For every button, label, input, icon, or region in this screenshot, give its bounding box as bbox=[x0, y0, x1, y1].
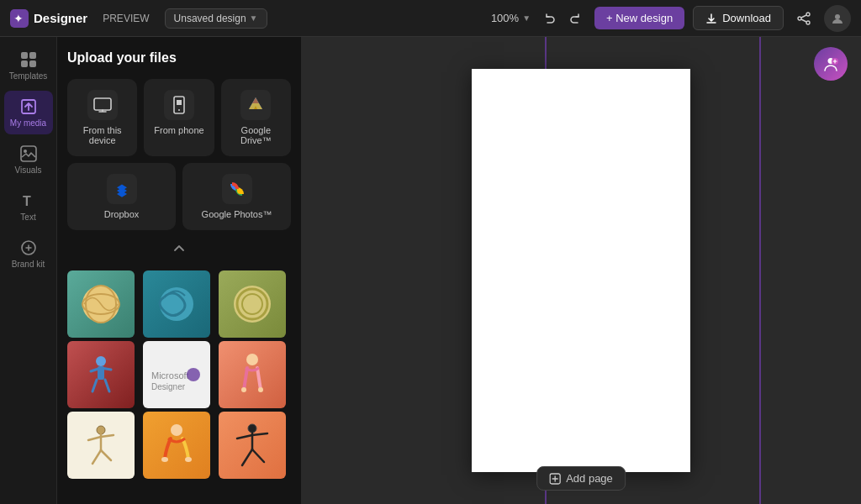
undo-button[interactable] bbox=[539, 8, 561, 29]
canvas-page bbox=[472, 69, 690, 472]
main-area: Templates My media Visuals bbox=[0, 37, 861, 504]
svg-rect-17 bbox=[94, 98, 111, 110]
add-page-label: Add page bbox=[566, 472, 613, 485]
svg-line-56 bbox=[242, 449, 252, 465]
device-icon-wrapper bbox=[87, 90, 118, 120]
svg-line-54 bbox=[237, 435, 252, 438]
sidebar-item-text[interactable]: T Text bbox=[4, 185, 53, 228]
svg-point-51 bbox=[185, 457, 192, 462]
svg-point-4 bbox=[806, 21, 810, 24]
download-button[interactable]: Download bbox=[693, 6, 784, 30]
media-thumb-7[interactable] bbox=[67, 412, 135, 479]
profile-button[interactable] bbox=[824, 5, 851, 32]
svg-text:Designer: Designer bbox=[151, 382, 186, 391]
add-page-button[interactable]: Add page bbox=[536, 466, 626, 491]
topbar: ✦ Designer PREVIEW Unsaved design ▼ 100%… bbox=[0, 0, 861, 37]
collapse-button[interactable] bbox=[67, 237, 291, 260]
upload-google-photos[interactable]: Google Photos™ bbox=[182, 163, 291, 230]
zoom-control[interactable]: 100% ▼ bbox=[491, 12, 531, 24]
redo-button[interactable] bbox=[564, 8, 586, 29]
svg-point-52 bbox=[248, 424, 256, 433]
google-drive-icon bbox=[246, 95, 266, 115]
svg-point-23 bbox=[178, 109, 180, 111]
design-name-button[interactable]: Unsaved design ▼ bbox=[165, 8, 267, 29]
panel-inner: Upload your files From this device bbox=[57, 37, 301, 504]
svg-line-36 bbox=[105, 380, 109, 391]
chevron-down-icon: ▼ bbox=[250, 13, 258, 23]
media-thumb-2[interactable] bbox=[143, 270, 210, 338]
visuals-icon bbox=[19, 144, 38, 163]
yarn-ball-2-img bbox=[151, 279, 202, 329]
google-photos-icon bbox=[227, 179, 247, 199]
sidebar-item-visuals[interactable]: Visuals bbox=[4, 138, 53, 181]
redo-icon bbox=[568, 12, 582, 25]
sidebar-item-templates[interactable]: Templates bbox=[4, 44, 53, 87]
media-thumb-4[interactable] bbox=[67, 341, 135, 408]
svg-rect-19 bbox=[177, 100, 179, 102]
svg-point-7 bbox=[835, 14, 840, 19]
my-media-label: My media bbox=[10, 118, 46, 128]
svg-point-14 bbox=[24, 150, 27, 153]
svg-rect-8 bbox=[21, 52, 28, 59]
sidebar: Templates My media Visuals bbox=[0, 37, 57, 504]
sidebar-item-my-media[interactable]: My media bbox=[4, 91, 53, 134]
phone-qr-icon bbox=[169, 95, 189, 115]
upload-from-phone[interactable]: From phone bbox=[144, 79, 214, 156]
svg-line-48 bbox=[101, 450, 111, 460]
media-thumb-3[interactable] bbox=[219, 270, 286, 338]
upload-google-drive[interactable]: Google Drive™ bbox=[221, 79, 291, 156]
svg-point-39 bbox=[187, 368, 200, 381]
svg-point-40 bbox=[246, 354, 258, 365]
profile-icon bbox=[830, 11, 845, 26]
dropbox-label: Dropbox bbox=[104, 209, 140, 219]
device-label: From this device bbox=[75, 125, 129, 145]
brand-kit-icon bbox=[19, 239, 38, 257]
svg-point-41 bbox=[241, 387, 246, 392]
upload-dropbox[interactable]: Dropbox bbox=[67, 163, 176, 230]
dropbox-icon bbox=[112, 179, 132, 199]
yarn-ball-3-img bbox=[227, 279, 277, 329]
svg-line-57 bbox=[252, 449, 264, 462]
guide-line-right bbox=[759, 37, 761, 504]
collaborator-icon bbox=[821, 55, 840, 73]
add-page-bar: Add page bbox=[536, 466, 626, 491]
share-button[interactable] bbox=[792, 7, 816, 30]
svg-line-46 bbox=[101, 435, 114, 437]
my-media-icon bbox=[19, 97, 38, 116]
svg-point-42 bbox=[258, 387, 263, 392]
monitor-icon bbox=[92, 95, 113, 115]
media-thumb-5[interactable]: Microsoft Designer bbox=[143, 341, 210, 408]
upload-options-row1: From this device From phone bbox=[67, 79, 291, 156]
svg-rect-21 bbox=[177, 102, 179, 105]
stick-dancer-2-img bbox=[227, 420, 277, 470]
svg-point-28 bbox=[234, 286, 271, 323]
dancer-blue-img bbox=[76, 349, 126, 400]
upload-from-device[interactable]: From this device bbox=[67, 79, 137, 156]
text-label: Text bbox=[20, 213, 35, 222]
logo-text: Designer bbox=[34, 11, 87, 25]
sidebar-item-brand-kit[interactable]: Brand kit bbox=[4, 232, 53, 276]
svg-point-3 bbox=[806, 13, 810, 16]
google-photos-label: Google Photos™ bbox=[202, 209, 272, 219]
svg-point-50 bbox=[161, 457, 168, 462]
google-photos-icon-wrapper bbox=[222, 174, 252, 204]
preview-button[interactable]: PREVIEW bbox=[96, 9, 156, 28]
visuals-label: Visuals bbox=[14, 165, 41, 175]
floating-collaborator-avatar[interactable] bbox=[814, 47, 848, 81]
svg-rect-10 bbox=[21, 60, 28, 67]
media-thumb-6[interactable] bbox=[219, 341, 286, 408]
media-grid: Microsoft Designer bbox=[67, 270, 291, 479]
svg-line-34 bbox=[101, 368, 111, 370]
new-design-button[interactable]: + New design bbox=[594, 7, 684, 29]
svg-rect-20 bbox=[179, 100, 182, 102]
upload-title: Upload your files bbox=[67, 50, 291, 66]
text-icon: T bbox=[19, 192, 38, 210]
logo[interactable]: ✦ Designer bbox=[10, 9, 87, 28]
media-thumb-8[interactable] bbox=[143, 412, 210, 479]
svg-point-49 bbox=[171, 424, 182, 436]
zoom-level: 100% bbox=[491, 12, 519, 24]
media-thumb-9[interactable] bbox=[219, 412, 286, 479]
media-thumb-1[interactable] bbox=[67, 270, 135, 338]
dropbox-icon-wrapper bbox=[107, 174, 137, 204]
stick-dancer-img bbox=[76, 420, 126, 470]
